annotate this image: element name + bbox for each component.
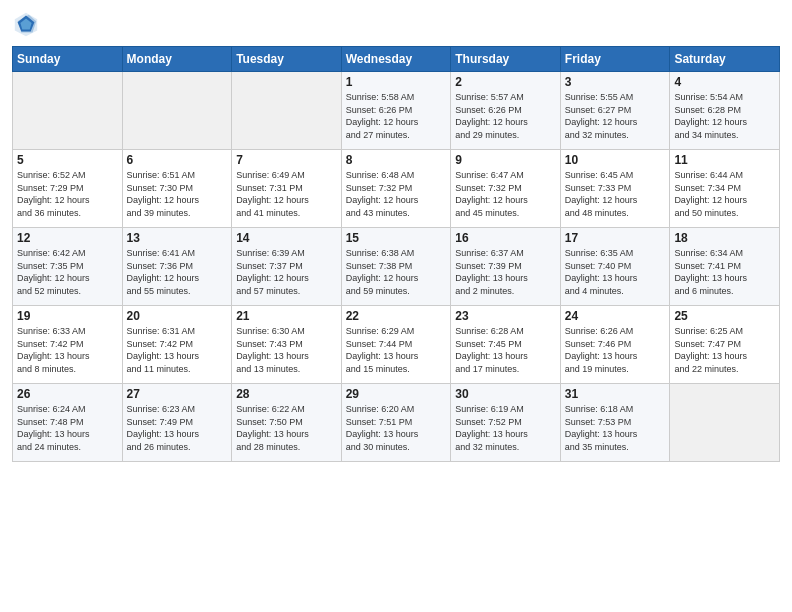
calendar-day-cell: 17Sunrise: 6:35 AM Sunset: 7:40 PM Dayli…: [560, 228, 670, 306]
weekday-header-cell: Monday: [122, 47, 232, 72]
logo-icon: [12, 10, 40, 38]
day-info: Sunrise: 6:39 AM Sunset: 7:37 PM Dayligh…: [236, 247, 337, 297]
weekday-header-row: SundayMondayTuesdayWednesdayThursdayFrid…: [13, 47, 780, 72]
day-info: Sunrise: 6:24 AM Sunset: 7:48 PM Dayligh…: [17, 403, 118, 453]
day-info: Sunrise: 6:26 AM Sunset: 7:46 PM Dayligh…: [565, 325, 666, 375]
calendar-day-cell: 23Sunrise: 6:28 AM Sunset: 7:45 PM Dayli…: [451, 306, 561, 384]
day-number: 26: [17, 387, 118, 401]
calendar-day-cell: 7Sunrise: 6:49 AM Sunset: 7:31 PM Daylig…: [232, 150, 342, 228]
weekday-header-cell: Saturday: [670, 47, 780, 72]
day-number: 4: [674, 75, 775, 89]
day-number: 13: [127, 231, 228, 245]
calendar-day-cell: 15Sunrise: 6:38 AM Sunset: 7:38 PM Dayli…: [341, 228, 451, 306]
calendar-day-cell: 29Sunrise: 6:20 AM Sunset: 7:51 PM Dayli…: [341, 384, 451, 462]
calendar-table: SundayMondayTuesdayWednesdayThursdayFrid…: [12, 46, 780, 462]
day-number: 15: [346, 231, 447, 245]
day-number: 23: [455, 309, 556, 323]
calendar-day-cell: 22Sunrise: 6:29 AM Sunset: 7:44 PM Dayli…: [341, 306, 451, 384]
day-number: 18: [674, 231, 775, 245]
calendar-week-row: 12Sunrise: 6:42 AM Sunset: 7:35 PM Dayli…: [13, 228, 780, 306]
day-number: 6: [127, 153, 228, 167]
day-info: Sunrise: 6:38 AM Sunset: 7:38 PM Dayligh…: [346, 247, 447, 297]
day-number: 3: [565, 75, 666, 89]
calendar-day-cell: 1Sunrise: 5:58 AM Sunset: 6:26 PM Daylig…: [341, 72, 451, 150]
weekday-header-cell: Wednesday: [341, 47, 451, 72]
calendar-week-row: 1Sunrise: 5:58 AM Sunset: 6:26 PM Daylig…: [13, 72, 780, 150]
day-info: Sunrise: 6:18 AM Sunset: 7:53 PM Dayligh…: [565, 403, 666, 453]
day-info: Sunrise: 6:22 AM Sunset: 7:50 PM Dayligh…: [236, 403, 337, 453]
weekday-header-cell: Sunday: [13, 47, 123, 72]
day-number: 25: [674, 309, 775, 323]
calendar-day-cell: 20Sunrise: 6:31 AM Sunset: 7:42 PM Dayli…: [122, 306, 232, 384]
calendar-day-cell: 30Sunrise: 6:19 AM Sunset: 7:52 PM Dayli…: [451, 384, 561, 462]
day-info: Sunrise: 6:51 AM Sunset: 7:30 PM Dayligh…: [127, 169, 228, 219]
calendar-day-cell: 11Sunrise: 6:44 AM Sunset: 7:34 PM Dayli…: [670, 150, 780, 228]
day-info: Sunrise: 6:42 AM Sunset: 7:35 PM Dayligh…: [17, 247, 118, 297]
day-number: 1: [346, 75, 447, 89]
day-number: 9: [455, 153, 556, 167]
day-number: 30: [455, 387, 556, 401]
day-info: Sunrise: 6:30 AM Sunset: 7:43 PM Dayligh…: [236, 325, 337, 375]
weekday-header-cell: Tuesday: [232, 47, 342, 72]
day-info: Sunrise: 6:23 AM Sunset: 7:49 PM Dayligh…: [127, 403, 228, 453]
day-info: Sunrise: 6:49 AM Sunset: 7:31 PM Dayligh…: [236, 169, 337, 219]
day-number: 17: [565, 231, 666, 245]
day-info: Sunrise: 6:34 AM Sunset: 7:41 PM Dayligh…: [674, 247, 775, 297]
day-info: Sunrise: 6:44 AM Sunset: 7:34 PM Dayligh…: [674, 169, 775, 219]
day-info: Sunrise: 6:47 AM Sunset: 7:32 PM Dayligh…: [455, 169, 556, 219]
calendar-week-row: 26Sunrise: 6:24 AM Sunset: 7:48 PM Dayli…: [13, 384, 780, 462]
calendar-day-cell: 24Sunrise: 6:26 AM Sunset: 7:46 PM Dayli…: [560, 306, 670, 384]
day-info: Sunrise: 5:55 AM Sunset: 6:27 PM Dayligh…: [565, 91, 666, 141]
day-info: Sunrise: 6:19 AM Sunset: 7:52 PM Dayligh…: [455, 403, 556, 453]
calendar-day-cell: 25Sunrise: 6:25 AM Sunset: 7:47 PM Dayli…: [670, 306, 780, 384]
weekday-header-cell: Friday: [560, 47, 670, 72]
day-info: Sunrise: 5:57 AM Sunset: 6:26 PM Dayligh…: [455, 91, 556, 141]
calendar-day-cell: 14Sunrise: 6:39 AM Sunset: 7:37 PM Dayli…: [232, 228, 342, 306]
logo: [12, 10, 44, 38]
day-info: Sunrise: 6:41 AM Sunset: 7:36 PM Dayligh…: [127, 247, 228, 297]
day-number: 11: [674, 153, 775, 167]
calendar-day-cell: [122, 72, 232, 150]
day-number: 24: [565, 309, 666, 323]
calendar-day-cell: [670, 384, 780, 462]
day-number: 5: [17, 153, 118, 167]
calendar-day-cell: 2Sunrise: 5:57 AM Sunset: 6:26 PM Daylig…: [451, 72, 561, 150]
day-number: 10: [565, 153, 666, 167]
day-number: 29: [346, 387, 447, 401]
calendar-day-cell: 27Sunrise: 6:23 AM Sunset: 7:49 PM Dayli…: [122, 384, 232, 462]
day-number: 14: [236, 231, 337, 245]
day-number: 20: [127, 309, 228, 323]
day-number: 31: [565, 387, 666, 401]
day-info: Sunrise: 6:37 AM Sunset: 7:39 PM Dayligh…: [455, 247, 556, 297]
weekday-header-cell: Thursday: [451, 47, 561, 72]
day-info: Sunrise: 5:58 AM Sunset: 6:26 PM Dayligh…: [346, 91, 447, 141]
calendar-body: 1Sunrise: 5:58 AM Sunset: 6:26 PM Daylig…: [13, 72, 780, 462]
day-info: Sunrise: 6:20 AM Sunset: 7:51 PM Dayligh…: [346, 403, 447, 453]
calendar-day-cell: 4Sunrise: 5:54 AM Sunset: 6:28 PM Daylig…: [670, 72, 780, 150]
day-number: 28: [236, 387, 337, 401]
calendar-day-cell: 8Sunrise: 6:48 AM Sunset: 7:32 PM Daylig…: [341, 150, 451, 228]
calendar-day-cell: [232, 72, 342, 150]
calendar-day-cell: 13Sunrise: 6:41 AM Sunset: 7:36 PM Dayli…: [122, 228, 232, 306]
calendar-day-cell: 28Sunrise: 6:22 AM Sunset: 7:50 PM Dayli…: [232, 384, 342, 462]
calendar-day-cell: 10Sunrise: 6:45 AM Sunset: 7:33 PM Dayli…: [560, 150, 670, 228]
calendar-day-cell: 9Sunrise: 6:47 AM Sunset: 7:32 PM Daylig…: [451, 150, 561, 228]
day-info: Sunrise: 6:33 AM Sunset: 7:42 PM Dayligh…: [17, 325, 118, 375]
calendar-day-cell: 31Sunrise: 6:18 AM Sunset: 7:53 PM Dayli…: [560, 384, 670, 462]
day-info: Sunrise: 6:28 AM Sunset: 7:45 PM Dayligh…: [455, 325, 556, 375]
calendar-day-cell: 26Sunrise: 6:24 AM Sunset: 7:48 PM Dayli…: [13, 384, 123, 462]
day-info: Sunrise: 6:29 AM Sunset: 7:44 PM Dayligh…: [346, 325, 447, 375]
calendar-day-cell: 3Sunrise: 5:55 AM Sunset: 6:27 PM Daylig…: [560, 72, 670, 150]
day-number: 2: [455, 75, 556, 89]
day-number: 22: [346, 309, 447, 323]
day-info: Sunrise: 6:35 AM Sunset: 7:40 PM Dayligh…: [565, 247, 666, 297]
day-number: 27: [127, 387, 228, 401]
day-number: 8: [346, 153, 447, 167]
day-number: 21: [236, 309, 337, 323]
calendar-day-cell: 18Sunrise: 6:34 AM Sunset: 7:41 PM Dayli…: [670, 228, 780, 306]
day-number: 7: [236, 153, 337, 167]
calendar-week-row: 5Sunrise: 6:52 AM Sunset: 7:29 PM Daylig…: [13, 150, 780, 228]
page-container: SundayMondayTuesdayWednesdayThursdayFrid…: [0, 0, 792, 470]
day-info: Sunrise: 6:52 AM Sunset: 7:29 PM Dayligh…: [17, 169, 118, 219]
day-info: Sunrise: 6:25 AM Sunset: 7:47 PM Dayligh…: [674, 325, 775, 375]
